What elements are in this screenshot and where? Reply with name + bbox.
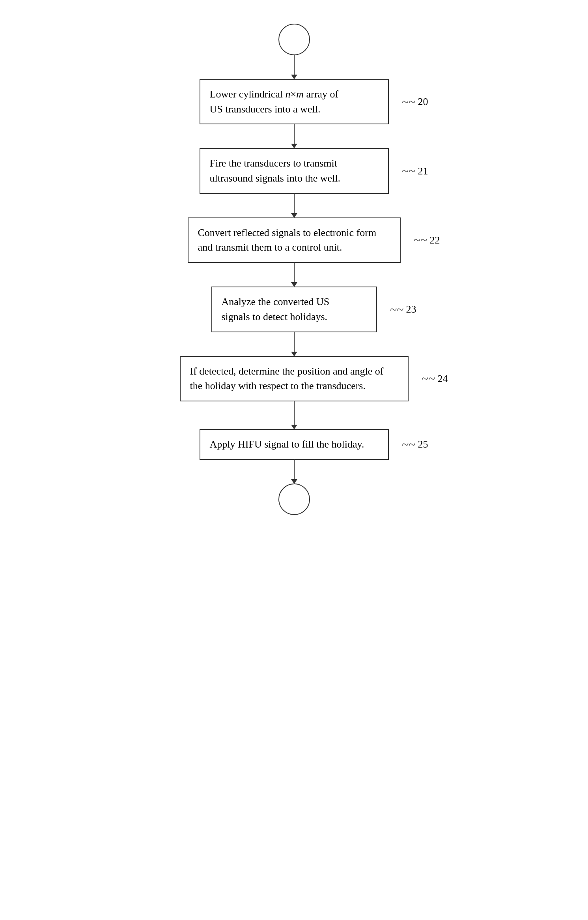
step-21-wrapper: Fire the transducers to transmitultrasou… (136, 148, 452, 193)
step-23-wrapper: Analyze the converted USsignals to detec… (136, 287, 452, 332)
step-23-process: Analyze the converted USsignals to detec… (211, 287, 377, 332)
step-22-process: Convert reflected signals to electronic … (188, 217, 401, 263)
squiggle-23: ~~ (390, 302, 404, 317)
ref-22-label: ~~ 22 (414, 233, 440, 247)
step-24-process: If detected, determine the position and … (180, 356, 409, 401)
arrow-2 (294, 124, 295, 148)
ref-23-label: ~~ 23 (390, 302, 416, 317)
ref-20-number: 20 (418, 96, 428, 108)
step-21-process: Fire the transducers to transmitultrasou… (200, 148, 389, 193)
n-italic: n (286, 88, 291, 100)
ref-21-label: ~~ 21 (402, 164, 428, 178)
arrow-1 (294, 55, 295, 79)
arrow-5 (294, 332, 295, 356)
arrow-3 (294, 194, 295, 217)
step-21-box: Fire the transducers to transmitultrasou… (200, 148, 389, 193)
step-22-wrapper: Convert reflected signals to electronic … (136, 217, 452, 263)
start-terminal (278, 24, 310, 55)
arrow-4 (294, 263, 295, 287)
ref-24-label: ~~ 24 (422, 371, 448, 386)
arrow-7 (294, 460, 295, 483)
squiggle-24: ~~ (422, 371, 435, 386)
squiggle-25: ~~ (402, 437, 416, 452)
ref-25-label: ~~ 25 (402, 437, 428, 452)
step-24-wrapper: If detected, determine the position and … (136, 356, 452, 401)
ref-24-number: 24 (438, 373, 448, 384)
step-24-box: If detected, determine the position and … (180, 356, 409, 401)
step-25-box: Apply HIFU signal to fill the holiday. ~… (200, 429, 389, 460)
squiggle-20: ~~ (402, 94, 416, 109)
step-25-wrapper: Apply HIFU signal to fill the holiday. ~… (136, 429, 452, 460)
m-italic: m (296, 88, 304, 100)
step-20-wrapper: Lower cylindrical n×m array ofUS transdu… (136, 79, 452, 124)
ref-21-number: 21 (418, 165, 428, 177)
flowchart: Lower cylindrical n×m array ofUS transdu… (136, 24, 452, 515)
step-22-box: Convert reflected signals to electronic … (188, 217, 401, 263)
ref-23-number: 23 (406, 304, 416, 315)
step-20-box: Lower cylindrical n×m array ofUS transdu… (200, 79, 389, 124)
squiggle-22: ~~ (414, 233, 427, 247)
ref-20-label: ~~ 20 (402, 94, 428, 109)
arrow-6 (294, 401, 295, 429)
ref-25-number: 25 (418, 438, 428, 450)
squiggle-21: ~~ (402, 164, 416, 178)
step-25-process: Apply HIFU signal to fill the holiday. (200, 429, 389, 460)
step-23-box: Analyze the converted USsignals to detec… (211, 287, 377, 332)
ref-22-number: 22 (430, 234, 440, 246)
end-terminal (278, 483, 310, 515)
step-20-process: Lower cylindrical n×m array ofUS transdu… (200, 79, 389, 124)
